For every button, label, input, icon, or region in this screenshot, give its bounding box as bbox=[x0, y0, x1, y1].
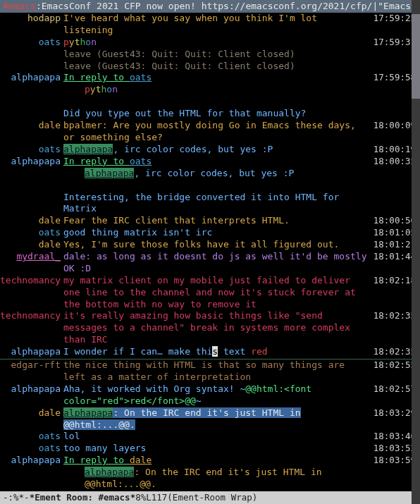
timestamp: 18:03:52 bbox=[372, 443, 416, 454]
chat-line: oats python 17:59:31 bbox=[0, 37, 420, 49]
timestamp: 18:03:29 bbox=[372, 407, 416, 419]
nick-technomancy[interactable]: technomancy bbox=[0, 275, 61, 285]
reply-target-oats[interactable]: oats bbox=[130, 72, 152, 82]
chat-line: dale alphapapa: On the IRC end it's just… bbox=[0, 407, 420, 431]
nick-dale[interactable]: dale bbox=[39, 407, 61, 418]
reply-header: In reply to oats bbox=[63, 72, 372, 84]
message-text: good thing matrix isn't irc bbox=[63, 227, 372, 239]
modeline-buffer-name: #emacs* bbox=[98, 492, 135, 503]
chat-line: alphapapa In reply to dale 18:03:59 bbox=[0, 455, 420, 467]
message-text: dale: as long as it doesnt do js as well… bbox=[63, 251, 372, 275]
timestamp: 18:02:55 bbox=[372, 359, 416, 371]
message-text: lol bbox=[63, 431, 372, 443]
message-text: Aha, it worked with Org syntax! ~@@html:… bbox=[63, 383, 372, 407]
nick-oats[interactable]: oats bbox=[39, 227, 61, 238]
nick-alphapapa[interactable]: alphapapa bbox=[11, 156, 61, 166]
chat-line: Interesting, the bridge converted it int… bbox=[0, 192, 420, 216]
window-titlebar: #emacs : EmacsConf 2021 CFP now open! ht… bbox=[0, 0, 420, 13]
message-text: alphapapa: On the IRC end it's just HTML… bbox=[63, 467, 372, 491]
timestamp: 18:01:05 bbox=[372, 227, 416, 238]
chat-line: mydraal_ dale: as long as it doesnt do j… bbox=[0, 251, 420, 275]
cursor: s bbox=[212, 346, 218, 357]
nick-alphapapa[interactable]: alphapapa bbox=[11, 346, 61, 357]
nick-oats[interactable]: oats bbox=[39, 37, 61, 47]
timestamp: 18:00:19 bbox=[372, 144, 416, 155]
message-text: too many layers bbox=[63, 443, 372, 455]
reply-target-oats[interactable]: oats bbox=[130, 156, 152, 166]
chat-line: edgar-rft the nice thing with HTML is th… bbox=[0, 359, 420, 383]
message-text: alphapapa, irc color codes, but yes :P bbox=[63, 144, 372, 156]
scroll-thumb[interactable] bbox=[412, 14, 420, 99]
timestamp: 17:59:58 bbox=[372, 72, 416, 83]
nick-edgar-rft[interactable]: edgar-rft bbox=[11, 359, 61, 370]
reply-target-dale[interactable]: dale bbox=[130, 455, 152, 465]
nick-hodapp[interactable]: hodapp bbox=[27, 13, 61, 23]
nick-dale[interactable]: dale bbox=[39, 215, 61, 226]
message-text: I've heard what you say when you think I… bbox=[63, 13, 372, 37]
reply-link[interactable]: In reply to bbox=[63, 455, 130, 465]
mention-alphapapa[interactable]: alphapapa bbox=[63, 144, 113, 154]
timestamp: 18:02:57 bbox=[372, 383, 416, 395]
chat-line: leave (Guest43: Quit: Quit: Client close… bbox=[0, 49, 420, 61]
nick-dale[interactable]: dale bbox=[39, 120, 61, 130]
chat-line: dale bpalmer: Are you mostly doing Go in… bbox=[0, 120, 420, 144]
message-text: Yes, I'm sure those folks have it all fi… bbox=[63, 239, 372, 251]
modeline-status: -:%*- bbox=[3, 491, 30, 504]
timestamp: 18:03:46 bbox=[372, 431, 416, 442]
chat-line: alphapapa: On the IRC end it's just HTML… bbox=[0, 467, 420, 491]
timestamp: 18:02:35 bbox=[372, 310, 416, 321]
reply-header: In reply to oats bbox=[63, 156, 372, 168]
modeline-position: L117 bbox=[146, 491, 167, 504]
message-text: it's really amazing how basic things lik… bbox=[63, 310, 372, 346]
reply-link[interactable]: In reply to bbox=[63, 72, 130, 82]
timestamp: 18:02:35 bbox=[372, 346, 416, 357]
timestamp: 18:02:18 bbox=[372, 275, 416, 286]
leave-message: leave (Guest43: Quit: Quit: Client close… bbox=[63, 61, 372, 73]
modeline-modes: (Ement-Room Wrap) bbox=[167, 491, 257, 504]
chat-line: alphapapa, irc color codes, but yes :P bbox=[0, 168, 420, 180]
chat-line: python bbox=[0, 84, 420, 96]
message-text: Did you type out the HTML for that manua… bbox=[63, 108, 372, 120]
mention-alphapapa[interactable]: alphapapa bbox=[85, 467, 134, 477]
chat-line: oats alphapapa, irc color codes, but yes… bbox=[0, 144, 420, 156]
message-text: Fear the IRC client that interprets HTML… bbox=[63, 215, 372, 227]
leave-message: leave (Guest43: Quit: Quit: Client close… bbox=[63, 49, 372, 61]
channel-name: #emacs bbox=[3, 0, 36, 13]
chat-line: dale Yes, I'm sure those folks have it a… bbox=[0, 239, 420, 251]
chat-buffer[interactable]: hodapp I've heard what you say when you … bbox=[0, 13, 420, 491]
timestamp: 18:00:35 bbox=[372, 156, 416, 167]
chat-line: technomancy it's really amazing how basi… bbox=[0, 310, 420, 346]
chat-line: oats too many layers 18:03:52 bbox=[0, 443, 420, 455]
nick-mydraal[interactable]: mydraal_ bbox=[16, 251, 61, 262]
timestamp: 17:59:25 bbox=[372, 13, 416, 24]
timestamp: 18:00:50 bbox=[372, 215, 416, 226]
chat-line: dale Fear the IRC client that interprets… bbox=[0, 215, 420, 227]
nick-dale[interactable]: dale bbox=[39, 239, 61, 250]
chat-line: oats lol 18:03:46 bbox=[0, 431, 420, 443]
modeline-percent: 8% bbox=[135, 491, 146, 504]
reply-header: In reply to dale bbox=[63, 455, 372, 467]
scrollbar[interactable] bbox=[412, 0, 420, 504]
timestamp: 18:01:21 bbox=[372, 239, 416, 250]
mention-alphapapa[interactable]: alphapapa bbox=[85, 168, 134, 178]
modeline-buffer-prefix: *Ement Room: bbox=[30, 492, 99, 503]
nick-alphapapa[interactable]: alphapapa bbox=[11, 455, 61, 465]
message-text: python bbox=[63, 37, 372, 49]
timestamp: 17:59:31 bbox=[372, 37, 416, 48]
mention-alphapapa[interactable]: alphapapa bbox=[63, 407, 113, 418]
reply-link[interactable]: In reply to bbox=[63, 156, 130, 166]
nick-alphapapa[interactable]: alphapapa bbox=[11, 72, 61, 82]
chat-line: alphapapa In reply to oats 17:59:58 bbox=[0, 72, 420, 84]
nick-oats[interactable]: oats bbox=[39, 144, 61, 154]
nick-oats[interactable]: oats bbox=[39, 431, 61, 441]
message-text: python bbox=[63, 84, 372, 96]
chat-line: leave (Guest43: Quit: Quit: Client close… bbox=[0, 61, 420, 73]
timestamp: 18:00:09 bbox=[372, 120, 416, 131]
nick-technomancy[interactable]: technomancy bbox=[0, 310, 61, 321]
message-text: the nice thing with HTML is that so many… bbox=[63, 359, 372, 383]
chat-line: oats good thing matrix isn't irc 18:01:0… bbox=[0, 227, 420, 239]
chat-line: Did you type out the HTML for that manua… bbox=[0, 108, 420, 120]
nick-oats[interactable]: oats bbox=[39, 443, 61, 453]
nick-alphapapa[interactable]: alphapapa bbox=[11, 383, 61, 394]
chat-line-active[interactable]: alphapapa I wonder if I can… make this t… bbox=[0, 346, 420, 358]
